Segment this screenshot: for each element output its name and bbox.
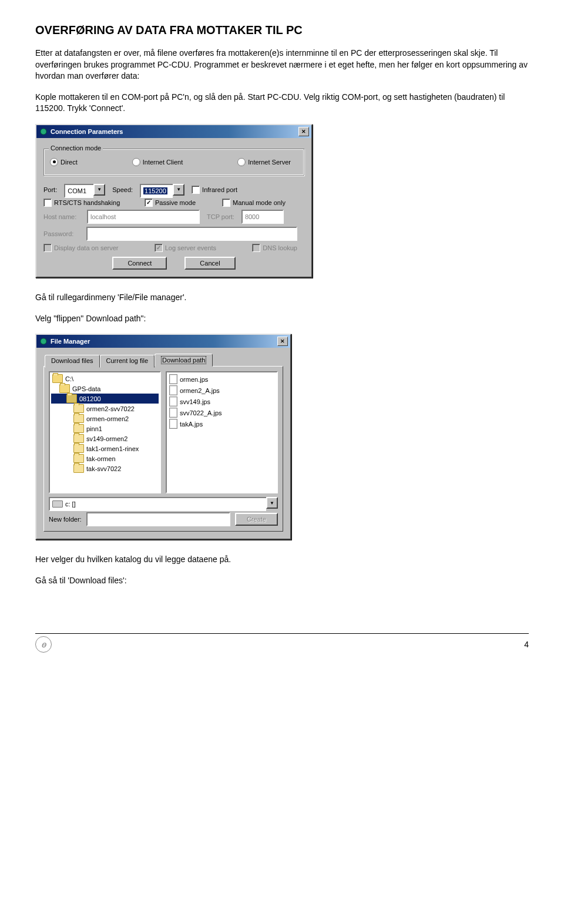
file-icon (169, 385, 177, 395)
dialog-titlebar: File Manager ✕ (36, 335, 290, 348)
folder-open-icon (59, 384, 70, 393)
folder-icon (73, 454, 84, 463)
folder-item[interactable]: ormen-ormen2 (51, 414, 159, 424)
paragraph-4: Velg "flippen" Download path": (35, 313, 529, 325)
intro-paragraph: Etter at datafangsten er over, må filene… (35, 48, 529, 82)
folder-icon (73, 434, 84, 443)
file-item[interactable]: svv149.jps (168, 396, 276, 407)
file-item[interactable]: ormen.jps (168, 374, 276, 385)
new-folder-input[interactable] (86, 512, 230, 526)
new-folder-label: New folder: (49, 516, 82, 523)
tab-download-files[interactable]: Download files (45, 355, 100, 368)
close-button[interactable]: ✕ (298, 127, 309, 136)
folder-item[interactable]: tak1-ormen1-rinex (51, 443, 159, 453)
port-label: Port: (43, 186, 57, 193)
file-listbox[interactable]: ormen.jps ormen2_A.jps svv149.jps svv702… (166, 371, 278, 493)
folder-icon (73, 444, 84, 453)
radio-direct[interactable]: Direct (50, 158, 78, 166)
drive-icon (52, 500, 63, 508)
host-input: localhost (87, 210, 200, 224)
file-icon (169, 374, 177, 384)
folder-item[interactable]: C:\ (51, 374, 159, 384)
tcp-input: 8000 (241, 210, 284, 224)
speed-label: Speed: (112, 186, 133, 193)
page-number: 4 (524, 640, 529, 649)
app-icon (39, 127, 48, 136)
password-input (86, 227, 297, 241)
file-icon (169, 397, 177, 406)
close-button[interactable]: ✕ (277, 337, 288, 346)
connection-mode-group: Connection mode Direct Internet Client I… (43, 149, 304, 176)
folder-item[interactable]: ormen2-svv7022 (51, 404, 159, 414)
paragraph-6: Gå så til 'Download files': (35, 575, 529, 587)
chevron-down-icon[interactable]: ▼ (173, 184, 184, 196)
group-label: Connection mode (49, 145, 103, 152)
file-item[interactable]: svv7022_A.jps (168, 407, 276, 418)
password-label: Password: (43, 230, 79, 237)
connect-button[interactable]: Connect (112, 257, 167, 270)
log-events-checkbox: Log server events (155, 244, 216, 252)
folder-listbox[interactable]: C:\ GPS-data 081200 ormen2-svv7022 ormen… (49, 371, 161, 493)
folder-icon (73, 414, 84, 423)
drive-combo[interactable]: c: [] ▼ (49, 497, 278, 509)
folder-item[interactable]: GPS-data (51, 384, 159, 394)
folder-icon (73, 404, 84, 413)
folder-item[interactable]: tak-ormen (51, 453, 159, 463)
file-item[interactable]: takA.jps (168, 418, 276, 429)
folder-item[interactable]: pinn1 (51, 424, 159, 434)
svg-point-1 (41, 338, 46, 344)
paragraph-5: Her velger du hvilken katalog du vil leg… (35, 554, 529, 566)
folder-open-icon (66, 394, 77, 403)
page-footer: ɵ 4 (35, 633, 529, 653)
file-icon (169, 408, 177, 418)
folder-item-selected[interactable]: 081200 (51, 394, 159, 404)
app-icon (39, 337, 48, 346)
file-icon (169, 419, 177, 429)
passive-checkbox[interactable]: Passive mode (145, 199, 215, 207)
paragraph-2: Kople mottakeren til en COM-port på PC'n… (35, 92, 529, 115)
host-label: Host name: (43, 213, 80, 220)
connection-parameters-dialog: Connection Parameters ✕ Connection mode … (35, 124, 313, 278)
infrared-checkbox[interactable]: Infrared port (192, 186, 237, 194)
file-manager-dialog: File Manager ✕ Download files Current lo… (35, 334, 291, 540)
tab-current-log-file[interactable]: Current log file (100, 355, 155, 368)
page-heading: OVERFØRING AV DATA FRA MOTTAKER TIL PC (35, 23, 529, 37)
manual-checkbox[interactable]: Manual mode only (222, 199, 286, 207)
folder-item[interactable]: tak-svv7022 (51, 463, 159, 473)
chevron-down-icon[interactable]: ▼ (93, 184, 105, 196)
footer-logo-icon: ɵ (35, 636, 52, 653)
chevron-down-icon[interactable]: ▼ (266, 497, 278, 509)
file-item[interactable]: ormen2_A.jps (168, 385, 276, 396)
folder-item[interactable]: sv149-ormen2 (51, 434, 159, 443)
folder-open-icon (52, 374, 63, 383)
dialog-titlebar: Connection Parameters ✕ (36, 125, 311, 138)
display-data-checkbox: Display data on server (43, 244, 118, 252)
speed-combo[interactable]: 115200 ▼ (140, 184, 184, 196)
radio-internet-server[interactable]: Internet Server (237, 158, 291, 166)
paragraph-3: Gå til rullegardinmeny 'File/File manage… (35, 292, 529, 304)
dialog-title: Connection Parameters (51, 128, 123, 135)
dialog-title: File Manager (51, 338, 90, 345)
svg-point-0 (41, 129, 46, 135)
rts-checkbox[interactable]: RTS/CTS handshaking (43, 199, 137, 207)
folder-icon (73, 464, 84, 473)
cancel-button[interactable]: Cancel (184, 257, 235, 270)
radio-internet-client[interactable]: Internet Client (132, 158, 183, 166)
tcp-label: TCP port: (207, 213, 234, 220)
dns-checkbox: DNS lookup (252, 244, 297, 252)
port-combo[interactable]: COM1 ▼ (64, 184, 105, 196)
tab-download-path[interactable]: Download path (155, 354, 213, 367)
folder-icon (73, 424, 84, 433)
create-button: Create (235, 513, 278, 526)
